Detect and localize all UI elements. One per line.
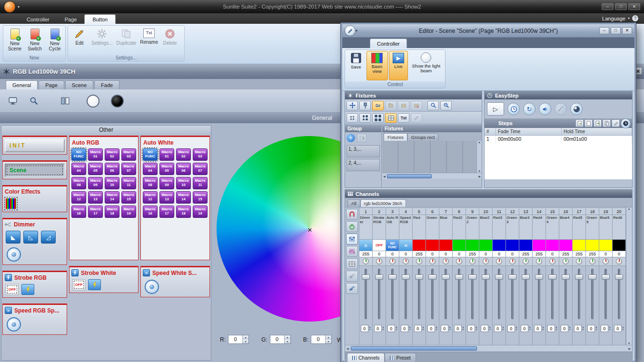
fader-thumb[interactable] [495, 274, 503, 280]
channel-knob[interactable] [429, 258, 436, 264]
play-button[interactable]: ▷ [487, 102, 504, 116]
spinner-down-icon[interactable]: ▼ [243, 340, 248, 344]
macro-button[interactable]: Macro 06 [176, 163, 191, 175]
channel-value-box[interactable]: 0▲▼ [386, 322, 399, 334]
add-group-button[interactable]: + [347, 134, 355, 142]
channel-fader[interactable] [493, 266, 505, 322]
magnifier-icon[interactable] [27, 94, 41, 108]
off-button[interactable]: OFF [72, 279, 85, 290]
zoom-out-icon[interactable] [440, 101, 452, 110]
duplicate-step-icon[interactable] [603, 119, 611, 127]
channel-knob[interactable] [456, 258, 462, 264]
channels-tab[interactable]: All [347, 199, 360, 207]
fixture-tab[interactable]: Fade [94, 80, 119, 89]
macro-button[interactable]: Macro 19 [121, 205, 136, 218]
power-icon[interactable] [346, 221, 358, 232]
spinner-down-icon[interactable]: ▼ [595, 328, 597, 331]
wheel-cursor[interactable]: ✕ [306, 226, 314, 234]
dimmer-curve-icon[interactable]: ◺ [23, 231, 38, 244]
channel-knob[interactable] [576, 258, 582, 264]
spinner-down-icon[interactable]: ▼ [326, 340, 331, 344]
channel-value-box[interactable]: 0▲▼ [546, 322, 559, 334]
help-button[interactable]: ? [632, 15, 638, 21]
channel-knob[interactable] [509, 258, 515, 264]
pencil-icon[interactable] [411, 113, 422, 123]
channel-fader[interactable] [479, 266, 492, 322]
macro-button[interactable]: Macro 17 [159, 205, 174, 218]
add-step-icon[interactable]: + [575, 119, 584, 127]
channel-knob[interactable] [469, 258, 476, 264]
maximize-button[interactable]: □ [611, 27, 621, 34]
channel-fader[interactable] [386, 266, 399, 322]
language-menu[interactable]: Language ▾ ? [602, 15, 638, 21]
speaker-icon[interactable] [539, 103, 551, 115]
clock-icon[interactable] [507, 103, 520, 115]
channel-fader[interactable] [573, 266, 585, 322]
loop-icon[interactable]: ↻ [523, 103, 535, 115]
spinner-down-icon[interactable]: ▼ [609, 328, 611, 331]
channel-preset-cell[interactable] [519, 240, 532, 251]
fader-thumb[interactable] [602, 274, 610, 280]
macro-button[interactable]: Macro 04 [143, 163, 158, 175]
macro-button[interactable]: Macro 13 [159, 191, 174, 204]
spinner-down-icon[interactable]: ▼ [409, 328, 411, 331]
grid-view-icon[interactable] [346, 258, 358, 269]
fixture-tab[interactable]: Page [39, 80, 64, 89]
paste-step-icon[interactable] [594, 119, 602, 127]
channel-preset-cell[interactable]: OFF [373, 240, 386, 251]
black-circle-button[interactable] [111, 95, 124, 108]
horizontal-scrollbar[interactable]: ◀▶ [382, 173, 482, 179]
macro-button[interactable]: Macro 07 [121, 163, 136, 175]
channel-knob[interactable] [589, 258, 595, 264]
channel-value-box[interactable]: 0▲▼ [613, 322, 625, 334]
channel-value-box[interactable]: 0▲▼ [413, 322, 426, 334]
spinner-up-icon[interactable]: ▲ [243, 335, 248, 340]
channel-fader[interactable] [533, 266, 545, 322]
fader-thumb[interactable] [508, 274, 516, 280]
channel-value-box[interactable]: 0▲▼ [399, 322, 412, 334]
fixtures-subtab[interactable]: Fixtures [384, 133, 407, 141]
spinner-down-icon[interactable]: ▼ [449, 328, 451, 331]
spinner-down-icon[interactable]: ▼ [422, 328, 424, 331]
channel-value-box[interactable]: 0▲▼ [359, 322, 372, 334]
spinner-down-icon[interactable]: ▼ [555, 328, 557, 331]
beans-alt-icon[interactable] [346, 283, 358, 294]
macro-button[interactable]: NO FUNC [143, 148, 158, 161]
macro-button[interactable]: Macro 08 [71, 177, 86, 189]
channel-fader[interactable] [399, 266, 412, 322]
fader-thumb[interactable] [482, 274, 490, 280]
macro-button[interactable]: Macro 10 [105, 177, 119, 189]
edit-step-icon[interactable] [612, 119, 620, 127]
spinner-down-icon[interactable]: ▼ [529, 328, 531, 331]
channel-value-box[interactable]: 0▲▼ [453, 322, 466, 334]
channel-preset-cell[interactable] [559, 240, 572, 251]
channel-fader[interactable] [413, 266, 426, 322]
duplicate-button[interactable]: Duplicate [115, 27, 138, 55]
spinner-down-icon[interactable]: ▼ [569, 328, 571, 331]
show-beam-button[interactable]: Show the light beam [409, 51, 444, 80]
macro-button[interactable]: Macro 02 [105, 148, 119, 161]
channel-fader[interactable] [453, 266, 466, 322]
edit-icon[interactable] [345, 25, 356, 36]
faders-icon[interactable] [346, 234, 358, 245]
channel-knob[interactable] [376, 258, 382, 264]
channel-preset-cell[interactable] [453, 240, 466, 251]
macro-button[interactable]: Macro 15 [193, 191, 208, 204]
fader-thumb[interactable] [362, 274, 370, 280]
channel-value-box[interactable]: 0▲▼ [599, 322, 612, 334]
channel-value-box[interactable]: 0▲▼ [519, 322, 532, 334]
faders-alt-icon[interactable] [346, 246, 358, 257]
group-delete-icon[interactable] [411, 101, 422, 110]
tab-controller[interactable]: Controller [370, 39, 407, 48]
pin-icon[interactable] [359, 101, 371, 110]
b-input[interactable]: 0 ▲▼ [311, 335, 332, 344]
layout-icon[interactable] [58, 94, 72, 108]
channel-preset-cell[interactable] [493, 240, 505, 251]
color-grid-icon[interactable] [6, 198, 16, 209]
macro-button[interactable]: Macro 03 [121, 148, 136, 161]
channel-preset-cell[interactable] [586, 240, 599, 251]
group-list-item[interactable]: 2, 4,... [347, 159, 380, 171]
fader-thumb[interactable] [415, 274, 423, 280]
fader-thumb[interactable] [455, 274, 463, 280]
channel-knob[interactable] [416, 258, 422, 264]
